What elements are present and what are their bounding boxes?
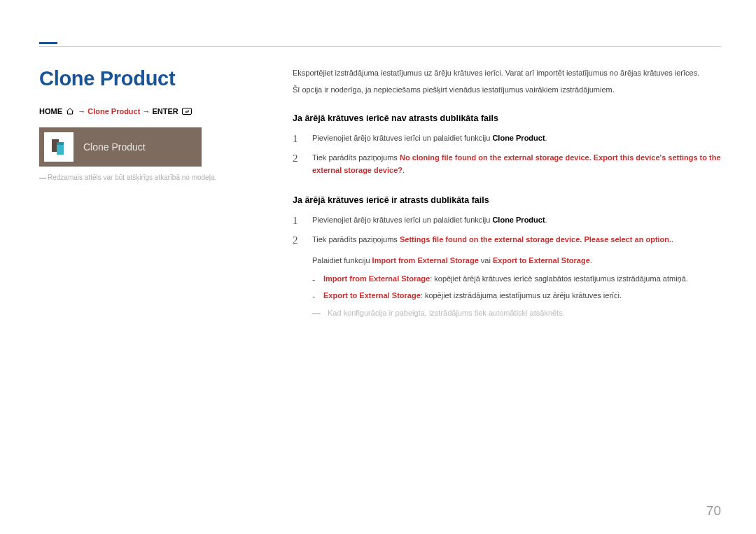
svg-rect-3 xyxy=(57,142,64,145)
text: Palaidiet funkciju xyxy=(312,256,372,265)
page-title: Clone Product xyxy=(39,67,263,90)
step-number: 1 xyxy=(293,214,302,227)
text: . xyxy=(545,134,547,142)
section-2-step-1: 1 Pievienojiet ārējo krātuves ierīci un … xyxy=(293,214,721,227)
enter-icon xyxy=(182,108,192,116)
page-number: 70 xyxy=(706,503,721,519)
step-body: Pievienojiet ārējo krātuves ierīci un pa… xyxy=(312,214,721,227)
section-1-step-2: 2 Tiek parādīts paziņojums No cloning fi… xyxy=(293,152,721,176)
text: Tiek parādīts paziņojums xyxy=(312,153,400,162)
home-icon xyxy=(66,108,74,116)
breadcrumb-clone-product: Clone Product xyxy=(88,107,140,115)
text: . xyxy=(402,166,405,174)
step-number: 1 xyxy=(293,132,302,145)
text: Pievienojiet ārējo krātuves ierīci un pa… xyxy=(312,216,492,224)
image-caption: Redzamais attēls var būt atšķirīgs atkar… xyxy=(39,174,263,181)
svg-rect-0 xyxy=(182,108,191,115)
step-body: Tiek parādīts paziņojums No cloning file… xyxy=(312,152,721,176)
text: vai xyxy=(479,256,493,265)
tile-label: Clone Product xyxy=(83,141,146,153)
breadcrumb-arrow-1: → xyxy=(78,107,88,115)
chapter-accent-bar xyxy=(39,42,57,44)
step-number: 2 xyxy=(293,234,302,246)
text: Tiek parādīts paziņojums xyxy=(312,235,400,244)
text: : kopējiet ārējā krātuves ierīcē saglabā… xyxy=(430,274,688,283)
text: . xyxy=(671,235,673,244)
message-text: Settings file found on the external stor… xyxy=(400,235,671,244)
menu-tile-clone-product: Clone Product xyxy=(39,127,202,167)
text: : kopējiet izstrādājuma iestatījumus uz … xyxy=(421,291,622,300)
step-body: Tiek parādīts paziņojums Settings file f… xyxy=(312,234,721,246)
left-column: Clone Product HOME → Clone Product → ENT… xyxy=(39,67,263,320)
list-item: Import from External Storage: kopējiet ā… xyxy=(312,273,721,286)
export-label: Export to External Storage xyxy=(323,291,421,300)
right-column: Eksportējiet izstrādājuma iestatījumus u… xyxy=(293,67,721,320)
text: . xyxy=(545,216,547,224)
section-1-heading: Ja ārējā krātuves ierīcē nav atrasts dub… xyxy=(293,111,721,125)
footnote: Kad konfigurācija ir pabeigta, izstrādāj… xyxy=(312,307,721,320)
section-2-heading: Ja ārējā krātuves ierīcē ir atrasts dubl… xyxy=(293,193,721,207)
intro-paragraph-1: Eksportējiet izstrādājuma iestatījumus u… xyxy=(293,67,721,80)
breadcrumb-arrow-2: → xyxy=(142,107,152,115)
top-divider xyxy=(39,46,721,47)
intro-paragraph-2: Šī opcija ir noderīga, ja nepieciešams p… xyxy=(293,84,721,97)
step-number: 2 xyxy=(293,152,302,176)
clone-product-label: Clone Product xyxy=(492,134,545,142)
export-label: Export to External Storage xyxy=(493,256,590,265)
import-label: Import from External Storage xyxy=(323,274,430,283)
text: Pievienojiet ārējo krātuves ierīci un pa… xyxy=(312,134,492,142)
section-1-step-1: 1 Pievienojiet ārējo krātuves ierīci un … xyxy=(293,132,721,145)
step-body: Pievienojiet ārējo krātuves ierīci un pa… xyxy=(312,132,721,145)
section-2-step-2: 2 Tiek parādīts paziņojums Settings file… xyxy=(293,234,721,246)
run-function-paragraph: Palaidiet funkciju Import from External … xyxy=(312,255,721,267)
page-content: Clone Product HOME → Clone Product → ENT… xyxy=(39,42,721,320)
clone-product-label: Clone Product xyxy=(492,216,545,224)
list-item: Export to External Storage: kopējiet izs… xyxy=(312,290,721,302)
option-list: Import from External Storage: kopējiet ā… xyxy=(312,273,721,302)
tile-icon xyxy=(44,132,74,162)
breadcrumb: HOME → Clone Product → ENTER xyxy=(39,107,263,116)
breadcrumb-home: HOME xyxy=(39,107,62,115)
import-label: Import from External Storage xyxy=(372,256,479,265)
text: . xyxy=(590,256,592,265)
breadcrumb-enter: ENTER xyxy=(152,107,178,115)
